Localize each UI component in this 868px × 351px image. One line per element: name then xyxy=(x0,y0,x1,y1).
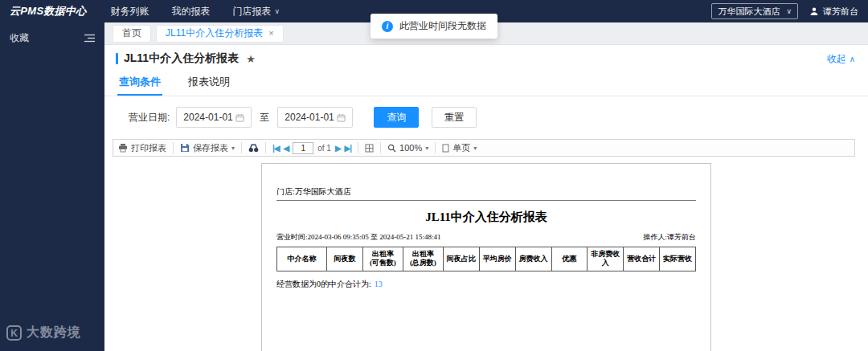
nav-item-finance[interactable]: 财务列账 xyxy=(111,5,149,18)
report-store-line: 门店:万华国际大酒店 xyxy=(276,186,696,201)
column-header: 出租率 (总房数) xyxy=(403,247,443,271)
report-table: 中介名称 间夜数 出租率 (可售数) 出租率 (总房数) 间夜占比 平均房价 房… xyxy=(276,247,696,271)
page-mode-value: 单页 xyxy=(452,142,470,154)
user-icon xyxy=(809,6,819,16)
favorite-star-icon[interactable]: ★ xyxy=(246,53,256,65)
binoculars-icon xyxy=(248,144,259,153)
date-to-input[interactable]: 2024-01-01 xyxy=(277,107,353,128)
report-page: 门店:万华国际大酒店 JL11中介入住分析报表 营业时间:2024-03-06 … xyxy=(261,163,711,351)
collapse-label: 收起 xyxy=(827,52,846,66)
chevron-down-icon: ∨ xyxy=(786,7,792,15)
report-table-header-row: 中介名称 间夜数 出租率 (可售数) 出租率 (总房数) 间夜占比 平均房价 房… xyxy=(277,247,696,271)
toast-text: 此营业时间段无数据 xyxy=(399,19,486,33)
column-header: 非房费收入 xyxy=(588,247,624,271)
tab-query-conditions[interactable]: 查询条件 xyxy=(117,69,162,96)
tab-report-description[interactable]: 报表说明 xyxy=(186,69,231,96)
date-from-input[interactable]: 2024-01-01 xyxy=(176,107,252,128)
last-page-button[interactable]: ▶| xyxy=(345,144,352,153)
collapse-sidebar-icon[interactable] xyxy=(84,34,95,43)
column-header: 间夜数 xyxy=(327,247,363,271)
column-header: 实际营收 xyxy=(660,247,696,271)
save-icon xyxy=(180,143,190,153)
caret-down-icon: ▾ xyxy=(473,145,477,152)
column-header: 营收合计 xyxy=(624,247,660,271)
chevron-down-icon: ∨ xyxy=(275,7,280,15)
column-header: 间夜占比 xyxy=(443,247,479,271)
reset-button[interactable]: 重置 xyxy=(432,107,477,128)
column-header: 出租率 (可售数) xyxy=(362,247,403,271)
print-report-label: 打印报表 xyxy=(131,142,166,154)
printer-icon xyxy=(118,143,128,153)
tab-report-active[interactable]: JL11中介入住分析报表 × xyxy=(156,25,284,43)
column-header: 中介名称 xyxy=(277,247,327,271)
report-operator: 操作人:谭芳前台 xyxy=(643,232,696,243)
title-accent-bar xyxy=(116,53,118,64)
sidebar-header: 收藏 xyxy=(0,22,104,54)
caret-down-icon: ▾ xyxy=(425,145,428,152)
calendar-icon xyxy=(235,113,244,122)
report-business-time: 营业时间:2024-03-06 09:35:05 至 2024-05-21 15… xyxy=(276,232,441,243)
page-title-row: JL11中介入住分析报表 ★ 收起 ∧ xyxy=(104,45,868,67)
nav-item-store-reports[interactable]: 门店报表 ∨ xyxy=(233,5,280,18)
hotel-selector-value: 万华国际大酒店 xyxy=(718,6,780,18)
tab-home[interactable]: 首页 xyxy=(113,25,151,43)
toolbar-separator xyxy=(380,142,381,153)
column-header: 优惠 xyxy=(551,247,588,271)
first-page-button[interactable]: |◀ xyxy=(272,144,280,153)
toolbar-separator xyxy=(358,142,358,153)
top-menu: 财务列账 我的报表 门店报表 ∨ xyxy=(111,5,280,18)
prev-page-button[interactable]: ◀ xyxy=(284,144,289,153)
toolbar-separator xyxy=(241,142,242,153)
date-from-value: 2024-01-01 xyxy=(183,112,232,123)
watermark: K 大数跨境 xyxy=(6,324,81,341)
favorites-label: 收藏 xyxy=(10,31,29,45)
nav-item-store-reports-label: 门店报表 xyxy=(233,5,272,18)
caret-down-icon: ▾ xyxy=(231,145,235,152)
sidebar: 收藏 K 大数跨境 xyxy=(0,22,104,351)
watermark-text: 大数跨境 xyxy=(27,324,81,341)
close-icon[interactable]: × xyxy=(268,29,273,38)
report-panel: JL11中介入住分析报表 ★ 收起 ∧ 查询条件 报表说明 营业日期: 2024… xyxy=(104,45,868,351)
user-menu[interactable]: 谭芳前台 xyxy=(809,6,858,18)
info-icon: i xyxy=(382,21,393,32)
chevron-up-icon: ∧ xyxy=(850,55,855,63)
query-tabs: 查询条件 报表说明 xyxy=(104,69,868,96)
date-to-value: 2024-01-01 xyxy=(285,112,334,123)
page-title: JL11中介入住分析报表 xyxy=(124,51,239,66)
summary-value-link[interactable]: 13 xyxy=(375,280,383,288)
report-meta-row: 营业时间:2024-03-06 09:35:05 至 2024-05-21 15… xyxy=(276,232,696,243)
single-page-icon xyxy=(442,144,449,153)
main-content: 首页 JL11中介入住分析报表 × JL11中介入住分析报表 ★ 收起 ∧ 查询… xyxy=(104,22,868,351)
calendar-icon xyxy=(337,113,346,122)
tab-report-label: JL11中介入住分析报表 xyxy=(166,27,263,40)
nav-item-my-reports[interactable]: 我的报表 xyxy=(172,5,211,18)
page-number-input[interactable] xyxy=(293,142,313,154)
find-button[interactable] xyxy=(248,144,259,153)
main-layout: 收藏 K 大数跨境 首页 JL11中介入住分析报表 × JL11中介 xyxy=(0,22,868,351)
report-summary-line: 经营数据为0的中介合计为:13 xyxy=(276,279,696,290)
view-mode-button[interactable] xyxy=(365,144,374,153)
grid-view-icon xyxy=(365,144,374,153)
query-form: 营业日期: 2024-01-01 至 2024-01-01 查询 重置 xyxy=(104,96,868,137)
collapse-panel-button[interactable]: 收起 ∧ xyxy=(827,52,855,66)
magnifier-icon xyxy=(387,144,396,153)
query-button[interactable]: 查询 xyxy=(374,107,419,128)
zoom-value: 100% xyxy=(399,143,422,153)
report-title: JL11中介入住分析报表 xyxy=(276,210,696,225)
report-canvas: 门店:万华国际大酒店 JL11中介入住分析报表 营业时间:2024-03-06 … xyxy=(104,157,868,351)
user-name: 谭芳前台 xyxy=(823,6,858,18)
page-count-label: of 1 xyxy=(317,144,331,153)
report-viewer-toolbar: 打印报表 保存报表 ▾ |◀ ◀ xyxy=(113,139,855,157)
page-mode-control[interactable]: 单页 ▾ xyxy=(442,142,477,154)
next-page-button[interactable]: ▶ xyxy=(335,144,341,153)
app-logo: 云PMS数据中心 xyxy=(10,4,87,18)
print-report-button[interactable]: 打印报表 xyxy=(118,142,166,154)
zoom-control[interactable]: 100% ▾ xyxy=(387,143,428,153)
business-date-label: 营业日期: xyxy=(129,111,170,124)
toolbar-separator xyxy=(173,142,174,153)
save-report-button[interactable]: 保存报表 ▾ xyxy=(180,142,235,154)
column-header: 平均房价 xyxy=(479,247,515,271)
watermark-logo-icon: K xyxy=(6,325,22,341)
hotel-selector[interactable]: 万华国际大酒店 ∨ xyxy=(711,3,798,19)
save-report-label: 保存报表 xyxy=(193,142,228,154)
